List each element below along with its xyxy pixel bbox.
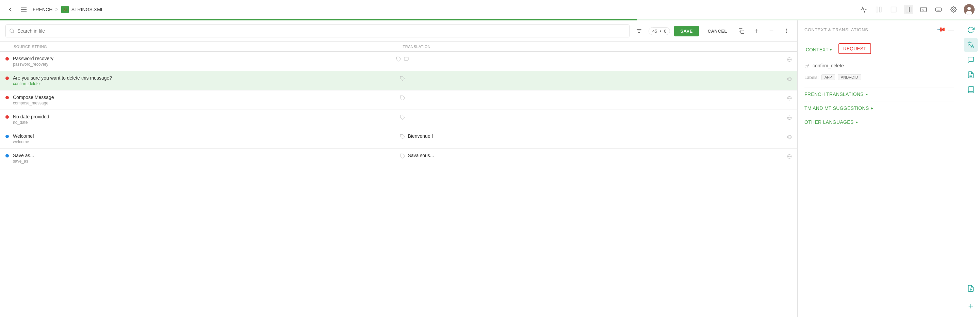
comment-icon[interactable] <box>404 56 409 62</box>
translation-text: Bienvenue ! <box>408 133 785 139</box>
settings-icon[interactable] <box>949 5 958 14</box>
menu-button[interactable] <box>19 5 29 14</box>
table-row[interactable]: No date provided no_date <box>0 110 797 129</box>
more-options-icon[interactable]: — <box>948 26 954 33</box>
string-list: Password recovery password_recovery <box>0 52 797 317</box>
source-column-header: SOURCE STRING <box>5 44 403 49</box>
svg-point-15 <box>953 8 955 10</box>
right-panel-title: CONTEXT & TRANSLATIONS <box>804 27 868 32</box>
file-export-strip-icon[interactable] <box>964 282 978 295</box>
cancel-button[interactable]: CANCEL <box>703 26 732 36</box>
source-key: no_date <box>13 120 397 125</box>
keyboard-icon[interactable] <box>934 5 943 14</box>
table-row[interactable]: Save as... save_as Sava sous... <box>0 149 797 168</box>
source-key: confirm_delete <box>13 81 397 86</box>
svg-rect-6 <box>906 7 909 12</box>
row-icons <box>397 114 408 120</box>
labels-title: Labels: <box>804 75 819 80</box>
remove-button[interactable] <box>766 25 777 36</box>
book-strip-icon[interactable] <box>964 83 978 97</box>
svg-rect-24 <box>741 30 744 34</box>
status-indicator <box>5 76 9 80</box>
source-text: Are you sure you want to delete this mes… <box>13 75 397 81</box>
right-panel: CONTEXT & TRANSLATIONS 📌 — CONTEXT ▾ REQ… <box>798 21 961 317</box>
layout2-icon[interactable] <box>889 5 898 14</box>
svg-rect-8 <box>921 7 927 11</box>
chevron-down-icon: ▾ <box>830 48 832 52</box>
tag-icon[interactable] <box>400 153 405 159</box>
more-button[interactable] <box>781 25 792 36</box>
topbar-left: FRENCH > 🐊 STRINGS.XML <box>5 5 859 14</box>
status-indicator <box>5 154 9 157</box>
table-row[interactable]: Are you sure you want to delete this mes… <box>0 71 797 90</box>
search-input[interactable] <box>18 28 626 34</box>
translation-column <box>408 75 792 81</box>
section-label: FRENCH TRANSLATIONS <box>804 92 864 97</box>
svg-rect-7 <box>910 7 911 12</box>
label-app: APP <box>821 74 835 80</box>
save-button[interactable]: SAVE <box>674 26 698 36</box>
copy-button[interactable] <box>736 25 747 36</box>
french-translations-section[interactable]: FRENCH TRANSLATIONS ▸ <box>804 87 954 101</box>
table-row[interactable]: Password recovery password_recovery <box>0 52 797 71</box>
tag-icon[interactable] <box>396 56 401 62</box>
back-button[interactable] <box>5 5 15 14</box>
project-name[interactable]: FRENCH <box>33 7 52 12</box>
svg-rect-3 <box>876 7 878 12</box>
row-icons <box>397 153 408 159</box>
add-button[interactable] <box>751 25 762 36</box>
svg-rect-9 <box>936 8 942 11</box>
svg-point-30 <box>786 32 787 33</box>
chat-strip-icon[interactable] <box>964 53 978 67</box>
layout3-icon[interactable] <box>904 5 913 14</box>
auto-translate-icon <box>787 154 792 159</box>
source-text: Welcome! <box>13 133 397 139</box>
doc-strip-icon[interactable] <box>964 68 978 82</box>
pin-icon[interactable]: 📌 <box>936 24 947 35</box>
source-key: compose_message <box>13 101 397 105</box>
tag-icon[interactable] <box>400 133 405 139</box>
context-tabs: CONTEXT ▾ REQUEST <box>798 39 961 57</box>
tab-context[interactable]: CONTEXT ▾ <box>804 44 833 56</box>
translation-column <box>408 95 792 101</box>
labels-row: Labels: APP ANDROID <box>804 74 954 80</box>
table-row[interactable]: Welcome! welcome Bienvenue ! <box>0 129 797 149</box>
translate-strip-icon[interactable] <box>964 38 978 52</box>
status-indicator <box>5 115 9 119</box>
section-chevron-icon: ▸ <box>865 92 868 97</box>
layout1-icon[interactable] <box>874 5 883 14</box>
tab-request[interactable]: REQUEST <box>838 43 871 54</box>
sync-strip-icon[interactable] <box>964 23 978 37</box>
terminal-icon[interactable] <box>919 5 928 14</box>
other-languages-section[interactable]: OTHER LANGUAGES ▸ <box>804 115 954 129</box>
file-name[interactable]: STRINGS.XML <box>72 7 104 12</box>
svg-rect-5 <box>891 7 896 12</box>
auto-translate-icon <box>787 115 792 120</box>
left-panel: 45 • 0 SAVE CANCEL <box>0 21 798 317</box>
avatar[interactable] <box>964 4 975 15</box>
row-icons <box>393 56 412 62</box>
main-layout: 45 • 0 SAVE CANCEL <box>0 21 980 317</box>
table-row[interactable]: Compose Message compose_message <box>0 90 797 110</box>
breadcrumb-separator: > <box>55 6 58 13</box>
tag-icon[interactable] <box>400 114 405 120</box>
source-column: No date provided no_date <box>13 114 397 125</box>
auto-translate-icon <box>787 134 792 139</box>
icon-strip <box>961 21 980 317</box>
source-column: Welcome! welcome <box>13 133 397 144</box>
source-key: welcome <box>13 139 397 144</box>
search-input-wrap[interactable] <box>5 24 630 37</box>
filter-button[interactable] <box>633 25 644 36</box>
svg-point-29 <box>786 31 787 31</box>
section-label: TM AND MT SUGGESTIONS <box>804 105 869 111</box>
source-text: No date provided <box>13 114 397 119</box>
tag-icon[interactable] <box>400 95 405 101</box>
key-value: confirm_delete <box>813 63 844 68</box>
auto-translate-icon <box>787 76 792 81</box>
tag-icon[interactable] <box>400 75 405 81</box>
activity-icon[interactable] <box>859 5 869 14</box>
svg-line-20 <box>13 32 14 33</box>
add-strip-icon[interactable] <box>964 299 978 313</box>
section-chevron-icon: ▸ <box>871 106 873 111</box>
tm-mt-suggestions-section[interactable]: TM AND MT SUGGESTIONS ▸ <box>804 101 954 115</box>
